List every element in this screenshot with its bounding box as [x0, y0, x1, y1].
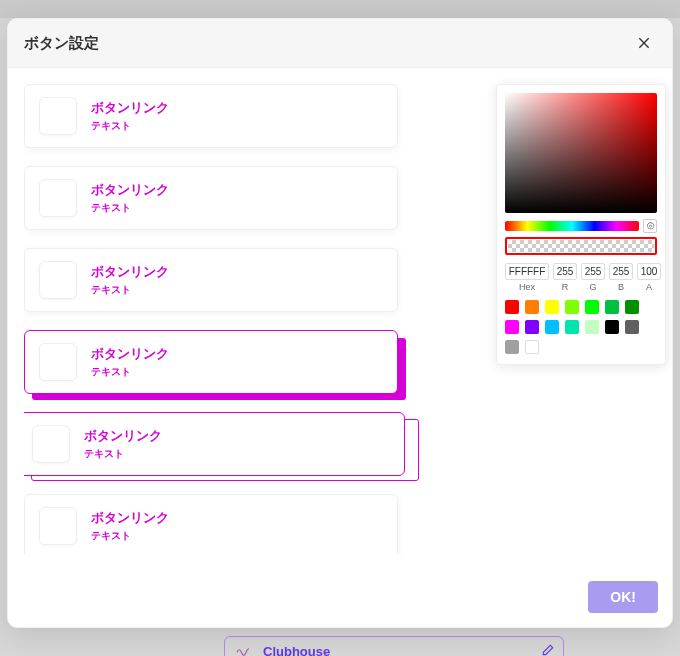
eyedropper-icon: ⦾ [647, 221, 654, 232]
style-item-title: ボタンリンク [91, 99, 169, 117]
close-icon [636, 35, 652, 51]
style-item-subtitle: テキスト [91, 365, 169, 379]
style-item-subtitle: テキスト [91, 201, 169, 215]
b-input[interactable] [609, 263, 633, 280]
color-swatch[interactable] [585, 320, 599, 334]
a-label: A [637, 282, 661, 292]
button-style-option-selected[interactable]: ボタンリンク テキスト [24, 330, 410, 394]
button-style-option[interactable]: ボタンリンク テキスト [24, 248, 398, 312]
g-label: G [581, 282, 605, 292]
color-swatch[interactable] [625, 300, 639, 314]
hue-slider[interactable] [505, 221, 639, 231]
color-swatch[interactable] [605, 320, 619, 334]
color-swatch[interactable] [545, 300, 559, 314]
color-swatch[interactable] [585, 300, 599, 314]
style-item-title: ボタンリンク [84, 427, 162, 445]
button-style-list: ボタンリンク テキスト ボタンリンク テキスト ボタンリンク テキスト [24, 84, 424, 555]
color-swatch[interactable] [505, 340, 519, 354]
modal-title: ボタン設定 [24, 34, 99, 53]
style-item-subtitle: テキスト [91, 283, 169, 297]
color-swatch[interactable] [525, 320, 539, 334]
hex-label: Hex [505, 282, 549, 292]
style-item-subtitle: テキスト [84, 447, 162, 461]
color-swatch[interactable] [525, 340, 539, 354]
style-thumbnail [39, 179, 77, 217]
style-item-title: ボタンリンク [91, 263, 169, 281]
color-swatch[interactable] [505, 300, 519, 314]
modal-footer: OK! [8, 571, 672, 627]
color-picker: ⦾ Hex R G B A [496, 84, 666, 365]
style-thumbnail [39, 97, 77, 135]
style-thumbnail [39, 507, 77, 545]
style-thumbnail [32, 425, 70, 463]
modal-body: ボタンリンク テキスト ボタンリンク テキスト ボタンリンク テキスト [8, 68, 672, 571]
style-item-title: ボタンリンク [91, 181, 169, 199]
color-swatch[interactable] [525, 300, 539, 314]
style-item-title: ボタンリンク [91, 509, 169, 527]
color-swatch[interactable] [625, 320, 639, 334]
style-item-subtitle: テキスト [91, 529, 169, 543]
eyedropper-button[interactable]: ⦾ [643, 219, 657, 233]
b-label: B [609, 282, 633, 292]
color-picker-panel: ⦾ Hex R G B A [444, 84, 656, 555]
color-swatch[interactable] [505, 320, 519, 334]
button-style-option[interactable]: ボタンリンク テキスト [24, 84, 398, 148]
style-thumbnail [39, 261, 77, 299]
button-settings-modal: ボタン設定 ボタンリンク テキスト ボタンリンク テキスト [7, 18, 673, 628]
color-swatch[interactable] [605, 300, 619, 314]
color-swatch[interactable] [565, 300, 579, 314]
alpha-slider[interactable] [508, 240, 654, 252]
alpha-highlight-frame [505, 237, 657, 255]
button-style-option[interactable]: ボタンリンク テキスト [24, 166, 398, 230]
color-swatch[interactable] [545, 320, 559, 334]
color-swatch[interactable] [565, 320, 579, 334]
r-input[interactable] [553, 263, 577, 280]
a-input[interactable] [637, 263, 661, 280]
hex-input[interactable] [505, 263, 549, 280]
g-input[interactable] [581, 263, 605, 280]
saturation-area[interactable] [505, 93, 657, 213]
style-thumbnail [39, 343, 77, 381]
style-item-subtitle: テキスト [91, 119, 169, 133]
r-label: R [553, 282, 577, 292]
close-button[interactable] [632, 31, 656, 55]
swatch-grid [505, 300, 657, 354]
ok-button[interactable]: OK! [588, 581, 658, 613]
button-style-option-outlined[interactable]: ボタンリンク テキスト [24, 412, 424, 476]
style-item-title: ボタンリンク [91, 345, 169, 363]
button-style-option[interactable]: ボタンリンク テキスト [24, 494, 398, 555]
modal-header: ボタン設定 [8, 19, 672, 68]
